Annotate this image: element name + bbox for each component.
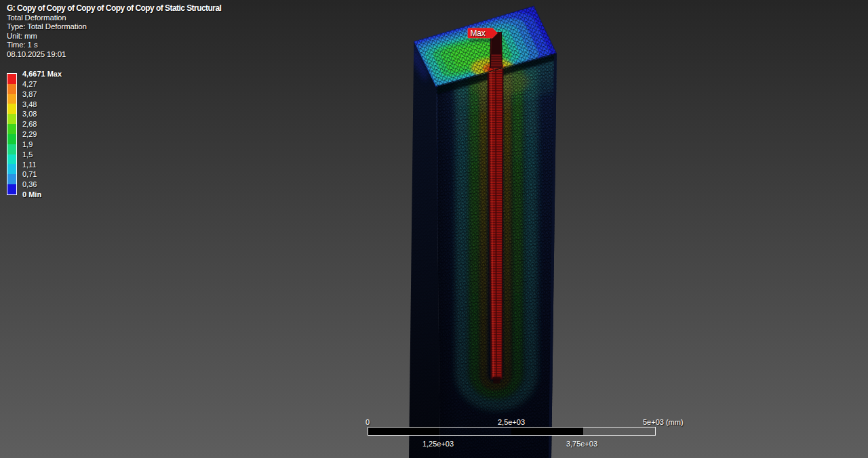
svg-text:Max: Max <box>471 28 486 38</box>
